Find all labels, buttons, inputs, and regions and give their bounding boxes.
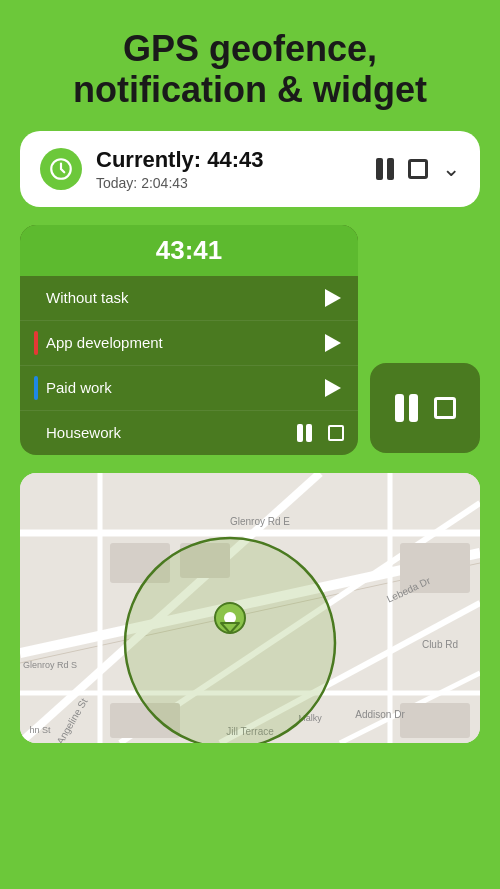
timer-today: Today: 2:04:43	[96, 175, 362, 191]
timer-controls: ⌄	[376, 158, 460, 180]
task-stop-icon[interactable]	[328, 425, 344, 441]
pause-icon	[376, 158, 394, 180]
svg-text:Glenroy Rd E: Glenroy Rd E	[230, 516, 290, 527]
timer-card: Currently: 44:43 Today: 2:04:43 ⌄	[20, 131, 480, 207]
play-icon	[325, 379, 341, 397]
pause-bar-right	[306, 424, 312, 442]
compact-pause-bar-left	[395, 394, 404, 422]
list-item[interactable]: Paid work	[20, 366, 358, 411]
timer-info: Currently: 44:43 Today: 2:04:43	[96, 147, 362, 191]
play-button[interactable]	[322, 332, 344, 354]
pause-bar-right	[387, 158, 394, 180]
page-header: GPS geofence, notification & widget	[0, 0, 500, 131]
svg-text:Club Rd: Club Rd	[422, 639, 458, 650]
page-title: GPS geofence, notification & widget	[30, 28, 470, 111]
chevron-down-icon: ⌄	[442, 158, 460, 180]
timer-current: Currently: 44:43	[96, 147, 362, 173]
pause-bar-left	[297, 424, 303, 442]
compact-pause-bar-right	[409, 394, 418, 422]
svg-text:Addison Dr: Addison Dr	[355, 709, 405, 720]
task-label: Without task	[46, 289, 314, 306]
task-color-bar	[34, 331, 38, 355]
compact-timer-widget	[370, 363, 480, 453]
list-item[interactable]: Without task	[20, 276, 358, 321]
svg-rect-16	[400, 703, 470, 738]
geofence-map: Glenroy Rd E Lebeda Dr Club Rd Addison D…	[20, 473, 480, 743]
task-color-bar	[34, 421, 38, 445]
stop-icon	[408, 159, 428, 179]
task-pause-icon[interactable]	[297, 424, 312, 442]
task-color-bar	[34, 286, 38, 310]
task-label: App development	[46, 334, 314, 351]
expand-button[interactable]: ⌄	[442, 158, 460, 180]
task-label: Paid work	[46, 379, 314, 396]
widget-area: 43:41 Without task App development Paid …	[20, 225, 480, 455]
task-label: Housework	[46, 424, 289, 441]
list-item[interactable]: Housework	[20, 411, 358, 455]
task-list-widget: 43:41 Without task App development Paid …	[20, 225, 358, 455]
widget-timer-display: 43:41	[20, 225, 358, 276]
compact-stop-icon[interactable]	[434, 397, 456, 419]
svg-text:hn St: hn St	[29, 725, 51, 735]
play-button[interactable]	[322, 377, 344, 399]
task-color-bar	[34, 376, 38, 400]
stop-button[interactable]	[408, 159, 428, 179]
play-icon	[325, 289, 341, 307]
pause-button[interactable]	[376, 158, 394, 180]
compact-pause-icon[interactable]	[395, 394, 418, 422]
svg-text:Glenroy Rd S: Glenroy Rd S	[23, 660, 77, 670]
pause-bar-left	[376, 158, 383, 180]
play-button[interactable]	[322, 287, 344, 309]
play-icon	[325, 334, 341, 352]
svg-point-26	[125, 538, 335, 743]
timer-clock-icon	[40, 148, 82, 190]
list-item[interactable]: App development	[20, 321, 358, 366]
